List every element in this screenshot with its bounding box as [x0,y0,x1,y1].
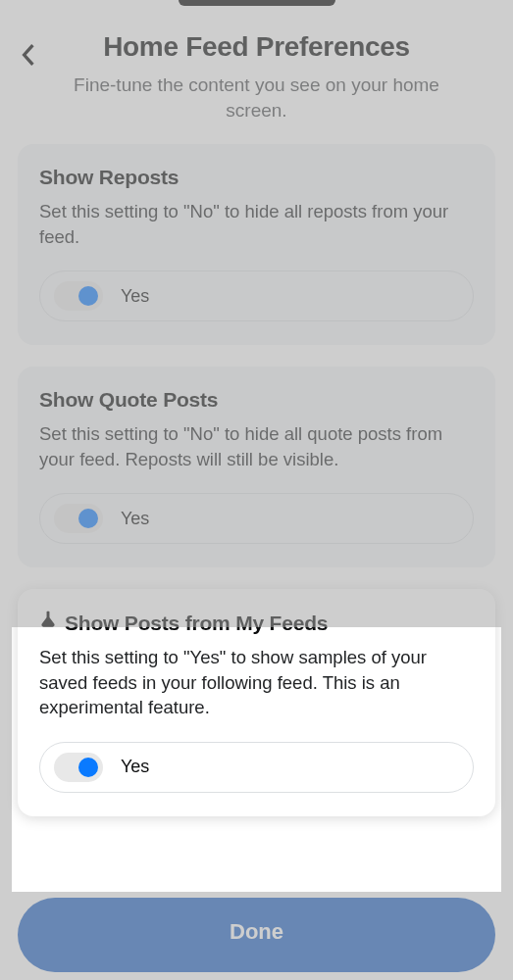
footer: Done [0,880,513,980]
settings-card-show-quote-posts: Show Quote Posts Set this setting to "No… [18,367,495,567]
toggle-switch[interactable] [54,504,103,533]
toggle-switch[interactable] [54,753,103,782]
card-description: Set this setting to "No" to hide all rep… [39,199,474,249]
toggle-label: Yes [121,509,149,529]
settings-card-show-reposts: Show Reposts Set this setting to "No" to… [18,144,495,345]
toggle-row[interactable]: Yes [39,493,474,544]
page-title: Home Feed Preferences [20,31,493,63]
card-title: Show Quote Posts [39,388,474,412]
page-subtitle: Fine-tune the content you see on your ho… [49,73,464,122]
toggle-knob [78,286,98,306]
toggle-knob [78,758,98,777]
card-title-text: Show Posts from My Feeds [65,612,328,635]
toggle-switch[interactable] [54,281,103,311]
card-description: Set this setting to "No" to hide all quo… [39,421,474,471]
flask-icon [39,611,57,635]
toggle-label: Yes [121,286,149,307]
card-title: Show Reposts [39,166,474,189]
coachmark-overlay-left [0,627,12,892]
page-header: Home Feed Preferences Fine-tune the cont… [0,6,513,122]
toggle-row[interactable]: Yes [39,742,474,793]
toggle-knob [78,509,98,528]
settings-card-show-posts-from-my-feeds: Show Posts from My Feeds Set this settin… [18,589,495,816]
back-button[interactable] [14,41,43,71]
toggle-row[interactable]: Yes [39,270,474,321]
toggle-label: Yes [121,757,149,777]
coachmark-overlay-right [501,627,513,892]
card-title: Show Posts from My Feeds [39,611,474,635]
chevron-left-icon [21,44,36,69]
card-description: Set this setting to "Yes" to show sample… [39,645,474,720]
done-button[interactable]: Done [18,898,495,972]
